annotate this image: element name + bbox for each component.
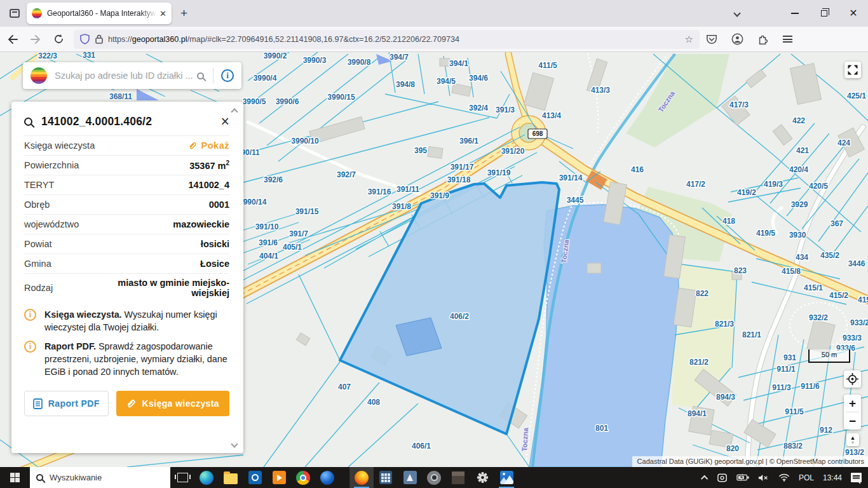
file-explorer-icon — [224, 473, 238, 484]
taskbar-file-explorer[interactable] — [219, 467, 243, 488]
task-view-button[interactable] — [170, 467, 194, 488]
zoom-in-button[interactable]: + — [844, 395, 861, 412]
field-value: 141002_4 — [188, 180, 229, 190]
restore-button[interactable] — [810, 1, 839, 26]
parcel-label: 413/3 — [591, 86, 610, 95]
parcel-label: 3990/6 — [276, 97, 299, 106]
tracking-shield-icon[interactable] — [80, 34, 90, 44]
language-indicator[interactable]: POL — [799, 473, 814, 482]
parcel-label: 411/5 — [538, 61, 557, 70]
pocket-icon[interactable] — [706, 34, 717, 45]
parcel-label: 990/14 — [243, 198, 267, 207]
geoportal-search-bar[interactable]: i — [23, 62, 241, 89]
url-text: https://geoportal360.pl/map/#clk=22.7096… — [108, 35, 685, 44]
account-icon[interactable] — [731, 33, 743, 45]
tray-device-icon[interactable] — [717, 473, 728, 483]
parcel-label: 406/2 — [450, 312, 469, 321]
info-icon: i — [24, 341, 36, 353]
notification-center-icon[interactable] — [851, 473, 862, 482]
taskbar-box-app[interactable] — [446, 467, 470, 488]
show-kw-link[interactable]: Pokaż — [188, 140, 229, 151]
zoom-control: + − — [844, 395, 861, 430]
parcel-label: 3990/2 — [264, 52, 287, 60]
taskbar-outlook[interactable] — [243, 467, 267, 488]
chrome-icon — [296, 471, 310, 485]
taskbar-photos[interactable] — [494, 467, 519, 488]
info-note: iKsięga wieczysta. Wyszukaj numer księgi… — [24, 308, 229, 334]
battery-icon[interactable] — [736, 473, 749, 482]
parcel-label: 392/4 — [469, 104, 488, 112]
parcel-label: 420/4 — [789, 165, 808, 174]
fullscreen-button[interactable] — [844, 62, 861, 78]
report-pdf-button[interactable]: Raport PDF — [24, 391, 109, 416]
start-button[interactable] — [0, 467, 30, 488]
expand-controls-button[interactable]: ▲▼ — [846, 433, 859, 446]
parcel-label: 911/6 — [801, 382, 820, 391]
back-button[interactable] — [3, 30, 23, 49]
panel-close-icon[interactable]: × — [221, 114, 229, 129]
taskbar-search-box[interactable]: Wyszukiwanie — [30, 467, 170, 488]
zoom-out-button[interactable]: − — [844, 412, 861, 430]
new-tab-button[interactable]: + — [180, 6, 187, 20]
parcel-label: 395 — [414, 146, 427, 155]
reload-button[interactable] — [48, 30, 69, 49]
close-button[interactable]: ✕ — [839, 1, 868, 26]
list-tabs-chevron-icon[interactable] — [733, 10, 740, 17]
taskbar-settings[interactable] — [470, 467, 494, 488]
parcel-label: 391/8 — [392, 202, 411, 211]
field-value: mazowieckie — [173, 219, 229, 229]
parcel-label: 911/1 — [776, 365, 796, 374]
volume-muted-icon[interactable] — [758, 473, 770, 482]
parcel-label: 396/1 — [459, 137, 478, 146]
search-input[interactable] — [55, 71, 197, 81]
parcel-label: 415 — [858, 295, 868, 304]
parcel-label: 405/1 — [283, 243, 302, 252]
parcel-label: 801 — [595, 424, 608, 433]
taskbar-camera-app[interactable] — [422, 467, 446, 488]
tab-favicon — [32, 8, 42, 18]
clock[interactable]: 13:44 — [823, 473, 842, 482]
panel-scroll-up-icon[interactable] — [232, 107, 238, 113]
ksiega-wieczysta-button[interactable]: Księga wieczysta — [116, 391, 229, 416]
taskbar-globe-app[interactable] — [315, 467, 339, 488]
rocket-app-icon — [403, 471, 417, 484]
parcel-label: 3445 — [567, 196, 584, 205]
url-bar[interactable]: https://geoportal360.pl/map/#clk=22.7096… — [74, 30, 700, 49]
info-icon[interactable]: i — [221, 69, 234, 82]
search-icon[interactable] — [197, 72, 204, 79]
parcel-label: 391/7 — [289, 229, 308, 238]
map-area[interactable]: 322/3331368/113990/23990/33990/8394/7394… — [0, 52, 868, 467]
taskbar-rocket-app[interactable] — [398, 467, 422, 488]
parcel-label: 391/20 — [501, 147, 525, 156]
menu-hamburger-icon[interactable] — [783, 36, 792, 43]
forward-button[interactable] — [25, 30, 46, 49]
taskbar-media-player[interactable] — [267, 467, 291, 488]
fullscreen-icon — [847, 64, 858, 76]
taskbar-edge[interactable] — [194, 467, 219, 488]
minimize-button[interactable] — [780, 1, 810, 26]
parcel-label: 821/3 — [715, 320, 734, 329]
parcel-label: 408 — [367, 398, 380, 407]
tray-expand-chevron-icon[interactable] — [701, 475, 708, 482]
parcel-label: 418 — [722, 217, 735, 226]
bookmark-star-icon[interactable]: ☆ — [685, 34, 693, 45]
wifi-icon[interactable] — [778, 473, 790, 482]
media-player-icon — [273, 471, 286, 484]
parcel-label: 391/6 — [259, 238, 278, 247]
taskbar-chrome[interactable] — [291, 467, 315, 488]
lock-icon[interactable] — [95, 34, 103, 44]
locate-button[interactable] — [844, 370, 861, 388]
photos-icon — [500, 471, 513, 484]
tab-close-icon[interactable]: ✕ — [159, 9, 166, 18]
panel-scroll-down-icon[interactable] — [232, 442, 238, 448]
extensions-puzzle-icon[interactable] — [757, 34, 769, 45]
browser-tab[interactable]: Geoportal360 - Mapa Interaktyw ✕ — [27, 3, 172, 24]
taskbar-firefox[interactable] — [349, 467, 374, 488]
taskbar-calculator[interactable] — [374, 467, 398, 488]
field-value: łosicki — [201, 239, 229, 249]
parcel-label: 3990/15 — [327, 93, 355, 102]
firefox-view-icon[interactable] — [5, 4, 24, 22]
windows-taskbar: Wyszukiwanie POL 13:44 — [0, 467, 868, 488]
parcel-label: 3990/3 — [303, 56, 327, 65]
task-view-icon — [177, 473, 188, 482]
